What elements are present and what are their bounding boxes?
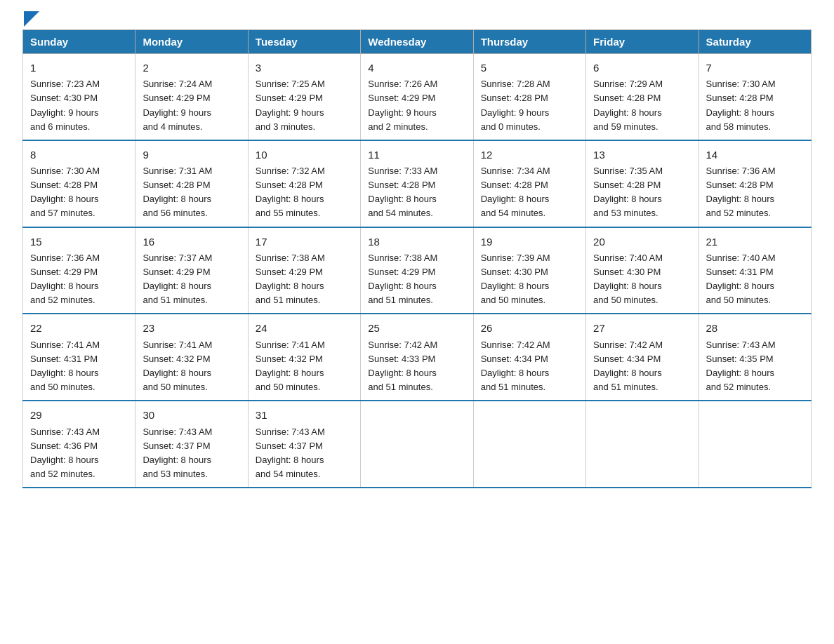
day-info: Sunrise: 7:37 AMSunset: 4:29 PMDaylight:… — [143, 251, 240, 308]
calendar-week-2: 8Sunrise: 7:30 AMSunset: 4:28 PMDaylight… — [23, 140, 812, 227]
day-number: 15 — [30, 234, 128, 250]
day-info: Sunrise: 7:36 AMSunset: 4:28 PMDaylight:… — [706, 164, 804, 221]
day-number: 2 — [143, 60, 240, 76]
weekday-header-wednesday: Wednesday — [361, 30, 473, 54]
day-number: 19 — [481, 234, 578, 250]
day-number: 12 — [481, 147, 578, 163]
day-info: Sunrise: 7:35 AMSunset: 4:28 PMDaylight:… — [593, 164, 691, 221]
day-info: Sunrise: 7:43 AMSunset: 4:37 PMDaylight:… — [256, 425, 353, 482]
calendar-cell: 8Sunrise: 7:30 AMSunset: 4:28 PMDaylight… — [23, 140, 135, 227]
day-number: 14 — [706, 147, 804, 163]
day-info: Sunrise: 7:39 AMSunset: 4:30 PMDaylight:… — [481, 251, 578, 308]
day-info: Sunrise: 7:32 AMSunset: 4:28 PMDaylight:… — [256, 164, 353, 221]
calendar-cell: 14Sunrise: 7:36 AMSunset: 4:28 PMDayligh… — [699, 140, 811, 227]
calendar-cell — [473, 401, 585, 488]
calendar-cell: 30Sunrise: 7:43 AMSunset: 4:37 PMDayligh… — [135, 401, 248, 488]
day-number: 6 — [593, 60, 691, 76]
day-info: Sunrise: 7:25 AMSunset: 4:29 PMDaylight:… — [256, 77, 353, 134]
weekday-header-tuesday: Tuesday — [248, 30, 360, 54]
day-info: Sunrise: 7:38 AMSunset: 4:29 PMDaylight:… — [368, 251, 465, 308]
day-info: Sunrise: 7:28 AMSunset: 4:28 PMDaylight:… — [481, 77, 578, 134]
day-info: Sunrise: 7:31 AMSunset: 4:28 PMDaylight:… — [143, 164, 240, 221]
day-info: Sunrise: 7:40 AMSunset: 4:30 PMDaylight:… — [593, 251, 691, 308]
calendar-week-5: 29Sunrise: 7:43 AMSunset: 4:36 PMDayligh… — [23, 401, 812, 488]
page-header — [22, 17, 812, 22]
day-info: Sunrise: 7:43 AMSunset: 4:37 PMDaylight:… — [143, 425, 240, 482]
day-number: 13 — [593, 147, 691, 163]
day-number: 28 — [706, 320, 804, 336]
calendar-cell: 5Sunrise: 7:28 AMSunset: 4:28 PMDaylight… — [473, 54, 585, 140]
day-number: 26 — [481, 320, 578, 336]
calendar-cell — [361, 401, 473, 488]
calendar-cell: 23Sunrise: 7:41 AMSunset: 4:32 PMDayligh… — [135, 314, 248, 401]
calendar-cell: 26Sunrise: 7:42 AMSunset: 4:34 PMDayligh… — [473, 314, 585, 401]
day-info: Sunrise: 7:43 AMSunset: 4:36 PMDaylight:… — [30, 425, 128, 482]
calendar-cell: 2Sunrise: 7:24 AMSunset: 4:29 PMDaylight… — [135, 54, 248, 140]
day-info: Sunrise: 7:33 AMSunset: 4:28 PMDaylight:… — [368, 164, 465, 221]
day-number: 31 — [256, 407, 353, 423]
day-number: 5 — [481, 60, 578, 76]
day-info: Sunrise: 7:38 AMSunset: 4:29 PMDaylight:… — [256, 251, 353, 308]
calendar-cell: 4Sunrise: 7:26 AMSunset: 4:29 PMDaylight… — [361, 54, 473, 140]
day-number: 21 — [706, 234, 804, 250]
day-info: Sunrise: 7:23 AMSunset: 4:30 PMDaylight:… — [30, 77, 128, 134]
day-number: 30 — [143, 407, 240, 423]
day-info: Sunrise: 7:34 AMSunset: 4:28 PMDaylight:… — [481, 164, 578, 221]
calendar-cell — [586, 401, 699, 488]
day-info: Sunrise: 7:43 AMSunset: 4:35 PMDaylight:… — [706, 338, 804, 395]
calendar-cell: 18Sunrise: 7:38 AMSunset: 4:29 PMDayligh… — [361, 227, 473, 314]
day-number: 20 — [593, 234, 691, 250]
day-number: 17 — [256, 234, 353, 250]
calendar-cell: 24Sunrise: 7:41 AMSunset: 4:32 PMDayligh… — [248, 314, 360, 401]
logo — [22, 17, 39, 22]
weekday-header-row: SundayMondayTuesdayWednesdayThursdayFrid… — [23, 30, 812, 54]
weekday-header-saturday: Saturday — [699, 30, 811, 54]
day-info: Sunrise: 7:41 AMSunset: 4:32 PMDaylight:… — [256, 338, 353, 395]
calendar-cell: 25Sunrise: 7:42 AMSunset: 4:33 PMDayligh… — [361, 314, 473, 401]
calendar-cell: 29Sunrise: 7:43 AMSunset: 4:36 PMDayligh… — [23, 401, 135, 488]
calendar-cell: 6Sunrise: 7:29 AMSunset: 4:28 PMDaylight… — [586, 54, 699, 140]
calendar-cell: 20Sunrise: 7:40 AMSunset: 4:30 PMDayligh… — [586, 227, 699, 314]
day-number: 4 — [368, 60, 465, 76]
calendar-cell — [699, 401, 811, 488]
day-info: Sunrise: 7:24 AMSunset: 4:29 PMDaylight:… — [143, 77, 240, 134]
calendar-week-1: 1Sunrise: 7:23 AMSunset: 4:30 PMDaylight… — [23, 54, 812, 140]
logo-arrow-icon — [24, 11, 39, 27]
calendar-cell: 19Sunrise: 7:39 AMSunset: 4:30 PMDayligh… — [473, 227, 585, 314]
calendar-week-4: 22Sunrise: 7:41 AMSunset: 4:31 PMDayligh… — [23, 314, 812, 401]
day-info: Sunrise: 7:30 AMSunset: 4:28 PMDaylight:… — [30, 164, 128, 221]
weekday-header-friday: Friday — [586, 30, 699, 54]
calendar-cell: 17Sunrise: 7:38 AMSunset: 4:29 PMDayligh… — [248, 227, 360, 314]
day-info: Sunrise: 7:41 AMSunset: 4:32 PMDaylight:… — [143, 338, 240, 395]
day-number: 9 — [143, 147, 240, 163]
day-number: 10 — [256, 147, 353, 163]
calendar-cell: 15Sunrise: 7:36 AMSunset: 4:29 PMDayligh… — [23, 227, 135, 314]
day-info: Sunrise: 7:36 AMSunset: 4:29 PMDaylight:… — [30, 251, 128, 308]
day-number: 22 — [30, 320, 128, 336]
day-info: Sunrise: 7:42 AMSunset: 4:34 PMDaylight:… — [593, 338, 691, 395]
calendar-week-3: 15Sunrise: 7:36 AMSunset: 4:29 PMDayligh… — [23, 227, 812, 314]
calendar-cell: 13Sunrise: 7:35 AMSunset: 4:28 PMDayligh… — [586, 140, 699, 227]
calendar-cell: 10Sunrise: 7:32 AMSunset: 4:28 PMDayligh… — [248, 140, 360, 227]
day-number: 27 — [593, 320, 691, 336]
calendar-cell: 31Sunrise: 7:43 AMSunset: 4:37 PMDayligh… — [248, 401, 360, 488]
calendar-cell: 16Sunrise: 7:37 AMSunset: 4:29 PMDayligh… — [135, 227, 248, 314]
day-number: 24 — [256, 320, 353, 336]
day-number: 1 — [30, 60, 128, 76]
weekday-header-sunday: Sunday — [23, 30, 135, 54]
calendar-cell: 12Sunrise: 7:34 AMSunset: 4:28 PMDayligh… — [473, 140, 585, 227]
calendar-cell: 27Sunrise: 7:42 AMSunset: 4:34 PMDayligh… — [586, 314, 699, 401]
day-info: Sunrise: 7:26 AMSunset: 4:29 PMDaylight:… — [368, 77, 465, 134]
day-number: 23 — [143, 320, 240, 336]
day-info: Sunrise: 7:41 AMSunset: 4:31 PMDaylight:… — [30, 338, 128, 395]
day-number: 7 — [706, 60, 804, 76]
day-info: Sunrise: 7:40 AMSunset: 4:31 PMDaylight:… — [706, 251, 804, 308]
calendar-cell: 9Sunrise: 7:31 AMSunset: 4:28 PMDaylight… — [135, 140, 248, 227]
calendar-cell: 7Sunrise: 7:30 AMSunset: 4:28 PMDaylight… — [699, 54, 811, 140]
day-info: Sunrise: 7:42 AMSunset: 4:34 PMDaylight:… — [481, 338, 578, 395]
day-number: 8 — [30, 147, 128, 163]
day-number: 29 — [30, 407, 128, 423]
day-number: 18 — [368, 234, 465, 250]
calendar-cell: 3Sunrise: 7:25 AMSunset: 4:29 PMDaylight… — [248, 54, 360, 140]
calendar-cell: 21Sunrise: 7:40 AMSunset: 4:31 PMDayligh… — [699, 227, 811, 314]
